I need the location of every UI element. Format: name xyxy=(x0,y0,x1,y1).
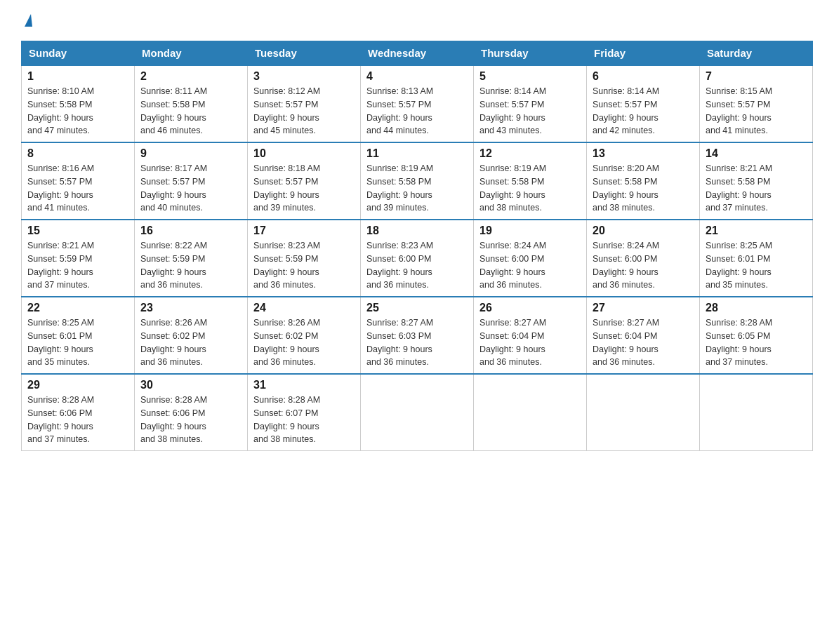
calendar-cell: 7 Sunrise: 8:15 AMSunset: 5:57 PMDayligh… xyxy=(700,65,813,142)
weekday-header-monday: Monday xyxy=(135,41,248,66)
calendar-header-row: SundayMondayTuesdayWednesdayThursdayFrid… xyxy=(22,41,813,66)
page-header xyxy=(21,14,813,28)
calendar-cell: 28 Sunrise: 8:28 AMSunset: 6:05 PMDaylig… xyxy=(700,297,813,374)
calendar-week-row: 15 Sunrise: 8:21 AMSunset: 5:59 PMDaylig… xyxy=(22,220,813,297)
calendar-cell xyxy=(700,374,813,451)
day-info: Sunrise: 8:28 AMSunset: 6:05 PMDaylight:… xyxy=(706,318,772,367)
weekday-header-friday: Friday xyxy=(587,41,700,66)
day-info: Sunrise: 8:11 AMSunset: 5:58 PMDaylight:… xyxy=(140,86,207,135)
calendar-week-row: 22 Sunrise: 8:25 AMSunset: 6:01 PMDaylig… xyxy=(22,297,813,374)
day-number: 28 xyxy=(706,302,807,314)
day-number: 14 xyxy=(706,147,807,160)
day-info: Sunrise: 8:26 AMSunset: 6:02 PMDaylight:… xyxy=(253,318,320,367)
day-info: Sunrise: 8:27 AMSunset: 6:04 PMDaylight:… xyxy=(479,318,546,367)
calendar-week-row: 29 Sunrise: 8:28 AMSunset: 6:06 PMDaylig… xyxy=(22,374,813,451)
calendar-cell: 27 Sunrise: 8:27 AMSunset: 6:04 PMDaylig… xyxy=(587,297,700,374)
calendar-cell: 19 Sunrise: 8:24 AMSunset: 6:00 PMDaylig… xyxy=(474,220,587,297)
calendar-cell: 4 Sunrise: 8:13 AMSunset: 5:57 PMDayligh… xyxy=(361,65,474,142)
day-number: 18 xyxy=(366,224,468,237)
calendar-cell: 13 Sunrise: 8:20 AMSunset: 5:58 PMDaylig… xyxy=(587,142,700,220)
day-info: Sunrise: 8:20 AMSunset: 5:58 PMDaylight:… xyxy=(593,163,659,213)
day-number: 20 xyxy=(593,224,694,237)
day-info: Sunrise: 8:24 AMSunset: 6:00 PMDaylight:… xyxy=(479,241,546,290)
day-info: Sunrise: 8:12 AMSunset: 5:57 PMDaylight:… xyxy=(253,86,320,135)
calendar-cell: 3 Sunrise: 8:12 AMSunset: 5:57 PMDayligh… xyxy=(248,65,361,142)
calendar-cell: 11 Sunrise: 8:19 AMSunset: 5:58 PMDaylig… xyxy=(361,142,474,220)
day-info: Sunrise: 8:28 AMSunset: 6:07 PMDaylight:… xyxy=(253,395,320,444)
day-number: 8 xyxy=(27,147,128,160)
day-number: 4 xyxy=(366,70,468,83)
day-info: Sunrise: 8:28 AMSunset: 6:06 PMDaylight:… xyxy=(27,395,94,444)
day-info: Sunrise: 8:19 AMSunset: 5:58 PMDaylight:… xyxy=(366,163,433,213)
day-number: 11 xyxy=(366,147,468,160)
day-info: Sunrise: 8:27 AMSunset: 6:03 PMDaylight:… xyxy=(366,318,433,367)
day-info: Sunrise: 8:15 AMSunset: 5:57 PMDaylight:… xyxy=(706,86,772,135)
calendar-cell: 2 Sunrise: 8:11 AMSunset: 5:58 PMDayligh… xyxy=(135,65,248,142)
calendar-cell: 16 Sunrise: 8:22 AMSunset: 5:59 PMDaylig… xyxy=(135,220,248,297)
calendar-table: SundayMondayTuesdayWednesdayThursdayFrid… xyxy=(21,41,813,451)
calendar-cell: 17 Sunrise: 8:23 AMSunset: 5:59 PMDaylig… xyxy=(248,220,361,297)
day-number: 25 xyxy=(366,302,468,314)
day-number: 5 xyxy=(479,70,581,83)
calendar-cell: 29 Sunrise: 8:28 AMSunset: 6:06 PMDaylig… xyxy=(22,374,135,451)
calendar-cell: 20 Sunrise: 8:24 AMSunset: 6:00 PMDaylig… xyxy=(587,220,700,297)
day-info: Sunrise: 8:23 AMSunset: 6:00 PMDaylight:… xyxy=(366,241,433,290)
day-info: Sunrise: 8:14 AMSunset: 5:57 PMDaylight:… xyxy=(593,86,659,135)
day-info: Sunrise: 8:23 AMSunset: 5:59 PMDaylight:… xyxy=(253,241,320,290)
day-number: 6 xyxy=(593,70,694,83)
day-info: Sunrise: 8:21 AMSunset: 5:59 PMDaylight:… xyxy=(27,241,94,290)
calendar-cell: 14 Sunrise: 8:21 AMSunset: 5:58 PMDaylig… xyxy=(700,142,813,220)
calendar-cell: 25 Sunrise: 8:27 AMSunset: 6:03 PMDaylig… xyxy=(361,297,474,374)
logo-triangle-icon xyxy=(25,14,32,27)
day-info: Sunrise: 8:24 AMSunset: 6:00 PMDaylight:… xyxy=(593,241,659,290)
day-info: Sunrise: 8:25 AMSunset: 6:01 PMDaylight:… xyxy=(27,318,94,367)
day-number: 13 xyxy=(593,147,694,160)
day-info: Sunrise: 8:14 AMSunset: 5:57 PMDaylight:… xyxy=(479,86,546,135)
day-info: Sunrise: 8:28 AMSunset: 6:06 PMDaylight:… xyxy=(140,395,207,444)
day-number: 2 xyxy=(140,70,241,83)
day-number: 12 xyxy=(479,147,581,160)
calendar-cell: 1 Sunrise: 8:10 AMSunset: 5:58 PMDayligh… xyxy=(22,65,135,142)
day-info: Sunrise: 8:19 AMSunset: 5:58 PMDaylight:… xyxy=(479,163,546,213)
calendar-cell: 12 Sunrise: 8:19 AMSunset: 5:58 PMDaylig… xyxy=(474,142,587,220)
calendar-cell: 15 Sunrise: 8:21 AMSunset: 5:59 PMDaylig… xyxy=(22,220,135,297)
calendar-cell: 5 Sunrise: 8:14 AMSunset: 5:57 PMDayligh… xyxy=(474,65,587,142)
day-number: 30 xyxy=(140,379,241,391)
calendar-cell: 18 Sunrise: 8:23 AMSunset: 6:00 PMDaylig… xyxy=(361,220,474,297)
weekday-header-tuesday: Tuesday xyxy=(248,41,361,66)
day-number: 15 xyxy=(27,224,128,237)
calendar-cell: 9 Sunrise: 8:17 AMSunset: 5:57 PMDayligh… xyxy=(135,142,248,220)
calendar-cell: 8 Sunrise: 8:16 AMSunset: 5:57 PMDayligh… xyxy=(22,142,135,220)
day-number: 10 xyxy=(253,147,355,160)
day-info: Sunrise: 8:22 AMSunset: 5:59 PMDaylight:… xyxy=(140,241,207,290)
day-info: Sunrise: 8:13 AMSunset: 5:57 PMDaylight:… xyxy=(366,86,433,135)
calendar-cell: 21 Sunrise: 8:25 AMSunset: 6:01 PMDaylig… xyxy=(700,220,813,297)
logo xyxy=(21,14,32,28)
calendar-cell: 10 Sunrise: 8:18 AMSunset: 5:57 PMDaylig… xyxy=(248,142,361,220)
weekday-header-sunday: Sunday xyxy=(22,41,135,66)
day-number: 26 xyxy=(479,302,581,314)
day-number: 9 xyxy=(140,147,241,160)
day-info: Sunrise: 8:10 AMSunset: 5:58 PMDaylight:… xyxy=(27,86,94,135)
day-info: Sunrise: 8:27 AMSunset: 6:04 PMDaylight:… xyxy=(593,318,659,367)
day-number: 1 xyxy=(27,70,128,83)
calendar-cell: 24 Sunrise: 8:26 AMSunset: 6:02 PMDaylig… xyxy=(248,297,361,374)
weekday-header-saturday: Saturday xyxy=(700,41,813,66)
calendar-cell: 23 Sunrise: 8:26 AMSunset: 6:02 PMDaylig… xyxy=(135,297,248,374)
calendar-week-row: 1 Sunrise: 8:10 AMSunset: 5:58 PMDayligh… xyxy=(22,65,813,142)
day-info: Sunrise: 8:26 AMSunset: 6:02 PMDaylight:… xyxy=(140,318,207,367)
day-number: 27 xyxy=(593,302,694,314)
calendar-cell xyxy=(361,374,474,451)
day-info: Sunrise: 8:16 AMSunset: 5:57 PMDaylight:… xyxy=(27,163,94,213)
calendar-cell: 31 Sunrise: 8:28 AMSunset: 6:07 PMDaylig… xyxy=(248,374,361,451)
calendar-cell: 30 Sunrise: 8:28 AMSunset: 6:06 PMDaylig… xyxy=(135,374,248,451)
calendar-week-row: 8 Sunrise: 8:16 AMSunset: 5:57 PMDayligh… xyxy=(22,142,813,220)
calendar-cell: 6 Sunrise: 8:14 AMSunset: 5:57 PMDayligh… xyxy=(587,65,700,142)
day-info: Sunrise: 8:21 AMSunset: 5:58 PMDaylight:… xyxy=(706,163,772,213)
day-info: Sunrise: 8:17 AMSunset: 5:57 PMDaylight:… xyxy=(140,163,207,213)
day-info: Sunrise: 8:18 AMSunset: 5:57 PMDaylight:… xyxy=(253,163,320,213)
day-number: 22 xyxy=(27,302,128,314)
day-number: 16 xyxy=(140,224,241,237)
day-number: 7 xyxy=(706,70,807,83)
day-info: Sunrise: 8:25 AMSunset: 6:01 PMDaylight:… xyxy=(706,241,772,290)
